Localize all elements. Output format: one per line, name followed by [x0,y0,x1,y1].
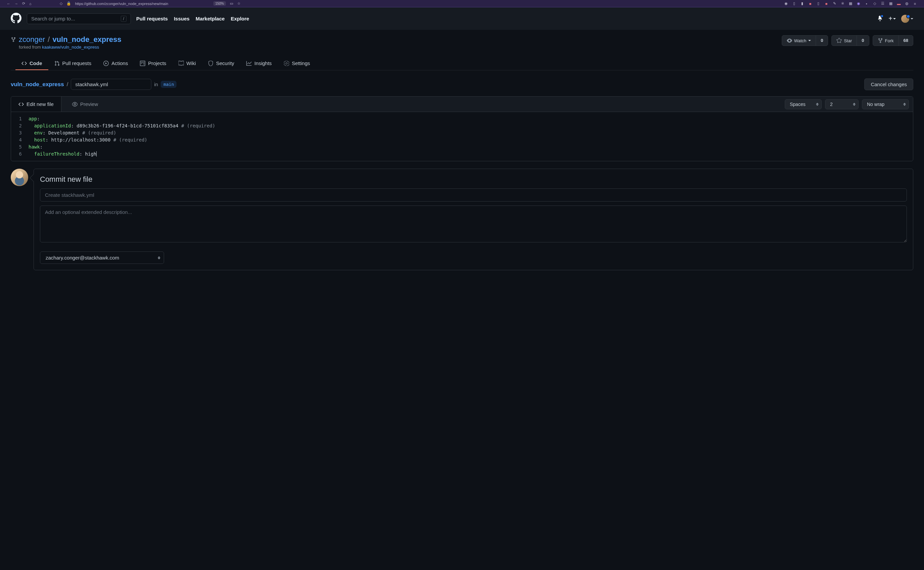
code-icon [18,101,24,107]
notifications-button[interactable] [877,15,883,22]
indent-mode-select[interactable]: Spaces [785,99,822,109]
tab-wiki[interactable]: Wiki [172,57,202,70]
user-menu[interactable] [901,15,913,23]
fork-source-link[interactable]: kaakaww/vuln_node_express [42,44,99,50]
tab-pull-requests[interactable]: Pull requests [48,57,98,70]
eye-icon [787,38,792,43]
editor-tabs: Edit new file Preview Spaces 2 No wrap [11,97,913,112]
ext-icon[interactable]: ▯ [816,2,821,6]
indent-size-select[interactable]: 2 [825,99,859,109]
code-line[interactable]: 5hawk: [11,144,913,150]
svg-point-0 [74,103,75,105]
ext-icon[interactable]: ▮ [800,2,804,6]
repo-name-link[interactable]: vuln_node_express [52,35,121,44]
ext-icon[interactable]: ▦ [889,2,893,6]
shield-icon [208,61,213,66]
tab-edit-file[interactable]: Edit new file [11,97,61,112]
star-count[interactable]: 0 [856,35,869,46]
book-icon [178,61,184,66]
commit-email-select[interactable]: zachary.conger@stackhawk.com [40,251,164,264]
ext-icon[interactable]: ■ [824,2,829,6]
create-new-dropdown[interactable]: + [889,15,896,23]
filename-input[interactable] [71,79,151,90]
shield-icon[interactable]: ◇ [60,2,62,6]
header-nav: Pull requests Issues Marketplace Explore [136,16,249,21]
zoom-indicator[interactable]: 150% [213,2,226,6]
nav-issues[interactable]: Issues [174,16,190,21]
back-icon[interactable]: ← [7,2,11,6]
forked-from: forked from kaakaww/vuln_node_express [19,44,121,50]
reader-icon[interactable]: ▭ [230,2,233,6]
ext-icon[interactable]: ◍ [904,2,909,6]
fork-icon [11,37,16,42]
ext-icon[interactable]: ▬ [896,2,901,6]
cancel-changes-button[interactable]: Cancel changes [864,78,913,90]
ext-icon[interactable]: ☰ [880,2,885,6]
address-bar[interactable]: https://github.com/zconger/vuln_node_exp… [75,2,209,6]
caret-down-icon [808,40,811,41]
pull-request-icon [54,61,60,66]
ext-icon[interactable]: ▯ [792,2,797,6]
repo-header: zconger / vuln_node_express forked from … [0,30,924,70]
play-icon [103,61,109,66]
code-line[interactable]: 2 applicationId: d89c3b26-f196-4f24-b1cd… [11,123,913,129]
ext-icon[interactable]: ✎ [832,2,837,6]
watch-button[interactable]: Watch 0 [782,35,828,46]
watch-count[interactable]: 0 [816,35,828,46]
tab-projects[interactable]: Projects [134,57,172,70]
ext-icon[interactable]: ▪ [864,2,869,6]
fork-icon [878,38,883,43]
fork-count[interactable]: 68 [898,35,913,46]
ext-icon[interactable]: ◉ [856,2,861,6]
tab-code[interactable]: Code [15,57,48,70]
tab-insights[interactable]: Insights [240,57,278,70]
search-shortcut: / [121,16,126,22]
branch-chip: main [161,81,177,88]
fork-button[interactable]: Fork 68 [873,35,913,46]
ext-icon[interactable]: ◉ [784,2,789,6]
ext-icon[interactable]: ■ [808,2,813,6]
forward-icon[interactable]: → [14,2,18,6]
gear-icon [284,61,289,66]
code-line[interactable]: 6 failureThreshold: high [11,150,913,158]
tab-settings[interactable]: Settings [278,57,316,70]
commit-section: Commit new file zachary.conger@stackhawk… [11,169,913,270]
reload-icon[interactable]: ⟳ [22,2,25,6]
editor-container: Edit new file Preview Spaces 2 No wrap [11,96,913,161]
tab-preview[interactable]: Preview [65,97,105,112]
tab-actions[interactable]: Actions [97,57,134,70]
star-button[interactable]: Star 0 [831,35,869,46]
repo-owner-link[interactable]: zconger [19,35,45,44]
nav-marketplace[interactable]: Marketplace [196,16,225,21]
commit-summary-input[interactable] [40,188,907,202]
ext-icon[interactable]: ◇ [872,2,877,6]
star-icon [837,38,842,43]
main-content: vuln_node_express / in main Cancel chang… [0,70,924,278]
wrap-mode-select[interactable]: No wrap [862,99,909,109]
code-line[interactable]: 3 env: Development # (required) [11,129,913,136]
commit-heading: Commit new file [40,175,907,184]
code-line[interactable]: 1app: [11,115,913,123]
tab-security[interactable]: Security [202,57,240,70]
code-editor[interactable]: 1app:2 applicationId: d89c3b26-f196-4f24… [11,112,913,161]
commit-description-input[interactable] [40,205,907,242]
github-logo[interactable] [11,13,21,25]
home-icon[interactable]: ⌂ [29,2,32,6]
nav-pull-requests[interactable]: Pull requests [136,16,168,21]
code-line[interactable]: 4 host: http://localhost:3000 # (require… [11,136,913,144]
caret-down-icon [893,18,896,20]
site-header: Search or jump to... / Pull requests Iss… [0,8,924,30]
repo-nav: Code Pull requests Actions Projects Wiki… [11,57,913,70]
bookmark-icon[interactable]: ☆ [237,2,241,6]
ext-icon[interactable]: ※ [840,2,845,6]
ext-icon[interactable]: ▦ [848,2,853,6]
browser-chrome: ← → ⟳ ⌂ ◇ 🔒 https://github.com/zconger/v… [0,0,924,8]
code-icon [21,61,27,66]
eye-icon [72,101,78,107]
menu-icon[interactable]: ≡ [913,2,917,6]
caret-down-icon [910,18,913,20]
search-input[interactable]: Search or jump to... / [27,14,131,24]
nav-explore[interactable]: Explore [231,16,249,21]
breadcrumb-repo-link[interactable]: vuln_node_express [11,81,64,88]
notification-dot [880,14,884,18]
